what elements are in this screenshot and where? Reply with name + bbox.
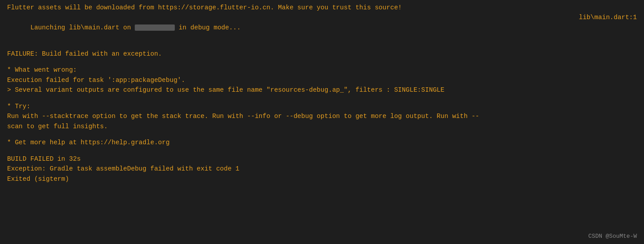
scan-line: scan to get full insights. [7,122,637,131]
get-help-line: * Get more help at https://help.gradle.o… [7,138,637,147]
failure-line: FAILURE: Build failed with an exception. [7,49,637,59]
execution-failed-line: Execution failed for task ':app:packageD… [7,75,637,85]
terminal-window: Flutter assets will be downloaded from h… [0,0,644,244]
launching-prefix: Launching lib\main.dart on [30,24,135,31]
spacer-5 [7,148,637,154]
launching-text: Launching lib\main.dart on in debug mode… [7,12,241,42]
watermark: CSDN @SouMte-W [588,233,637,240]
lib-main-dart-ref: lib\main.dart:1 [579,12,637,42]
launching-line: Launching lib\main.dart on in debug mode… [7,12,637,42]
spacer-3 [7,95,637,102]
device-name-redacted [135,24,175,31]
exception-line: Exception: Gradle task assembleDebug fai… [7,164,637,174]
spacer-4 [7,131,637,138]
build-failed-line: BUILD FAILED in 32s [7,154,637,164]
try-header: * Try: [7,102,637,111]
spacer-1 [7,43,637,49]
exited-line: Exited (sigterm) [7,174,637,184]
launching-suffix: in debug mode... [175,24,241,31]
variant-error-line: > Several variant outputs are configured… [7,85,637,95]
spacer-2 [7,59,637,65]
flutter-assets-line: Flutter assets will be downloaded from h… [7,3,637,12]
run-with-line: Run with --stacktrace option to get the … [7,111,637,121]
what-went-wrong-header: * What went wrong: [7,65,637,75]
